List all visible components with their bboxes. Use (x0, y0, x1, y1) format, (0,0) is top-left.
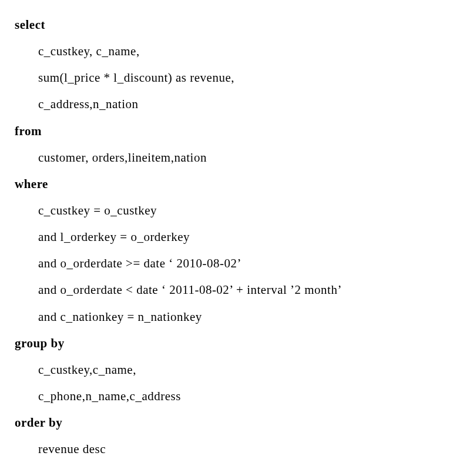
select-column-line: sum(l_price * l_discount) as revenue, (15, 65, 455, 91)
groupby-column-line: c_phone,n_name,c_address (15, 383, 455, 410)
where-condition-line: and o_orderdate >= date ‘ 2010-08-02’ (15, 250, 455, 277)
groupby-keyword: group by (15, 330, 455, 357)
select-keyword: select (15, 12, 455, 38)
select-column-line: c_custkey, c_name, (15, 38, 455, 65)
orderby-column-line: revenue desc (15, 436, 455, 462)
orderby-keyword: order by (15, 410, 455, 436)
where-keyword: where (15, 171, 455, 197)
from-tables-line: customer, orders,lineitem,nation (15, 145, 455, 171)
select-column-line: c_address,n_nation (15, 91, 455, 118)
where-condition-line: and o_orderdate < date ‘ 2011-08-02’ + i… (15, 277, 455, 303)
where-condition-line: c_custkey = o_custkey (15, 197, 455, 224)
sql-query-block: select c_custkey, c_name, sum(l_price * … (15, 12, 455, 462)
from-keyword: from (15, 118, 455, 145)
where-condition-line: and l_orderkey = o_orderkey (15, 224, 455, 250)
groupby-column-line: c_custkey,c_name, (15, 357, 455, 383)
where-condition-line: and c_nationkey = n_nationkey (15, 304, 455, 330)
